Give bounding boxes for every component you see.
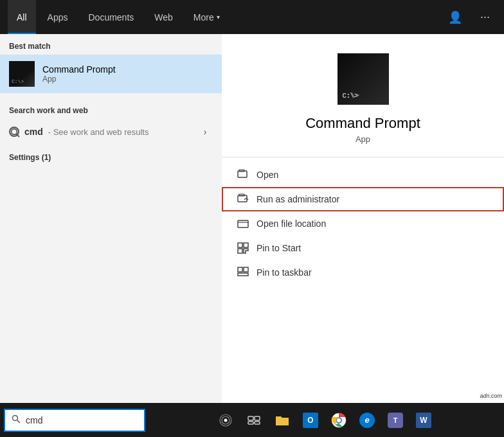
result-title: Command Prompt	[42, 64, 116, 75]
pin-to-taskbar-icon	[237, 267, 249, 278]
svg-rect-11	[244, 267, 248, 272]
svg-line-1	[17, 134, 20, 138]
svg-rect-21	[255, 422, 260, 424]
svg-point-25	[337, 418, 341, 422]
task-view-button[interactable]	[241, 407, 267, 433]
action-open-file-location[interactable]: Open file location	[222, 211, 504, 236]
taskbar-search-box[interactable]: cmd	[4, 409, 145, 432]
file-explorer-button[interactable]	[269, 407, 295, 433]
run-as-admin-label: Run as administrator	[256, 194, 339, 204]
nav-tab-documents-label: Documents	[88, 12, 134, 22]
edge-button[interactable]: e	[354, 407, 380, 433]
nav-tab-more-label: More	[194, 12, 214, 22]
svg-point-0	[12, 129, 17, 135]
pin-to-start-label: Pin to Start	[256, 243, 301, 253]
app-type: App	[356, 134, 370, 144]
nav-tab-web-label: Web	[154, 12, 173, 22]
svg-rect-9	[238, 249, 242, 253]
nav-right-actions: 👤 ···	[442, 6, 496, 28]
right-panel: C:\> Command Prompt App Open	[222, 34, 504, 403]
action-pin-to-start[interactable]: Pin to Start	[222, 236, 504, 260]
action-run-as-admin[interactable]: Run as administrator	[222, 187, 504, 211]
action-open[interactable]: Open	[222, 163, 504, 187]
word-button[interactable]: W	[411, 407, 437, 433]
open-file-location-label: Open file location	[256, 219, 326, 229]
search-loop-icon	[9, 127, 19, 137]
nav-tab-more[interactable]: More ▾	[184, 0, 229, 34]
pin-to-start-icon	[237, 242, 249, 254]
more-chevron-icon: ▾	[217, 13, 220, 21]
action-list: Open Run as administrator	[222, 157, 504, 290]
svg-point-13	[13, 416, 18, 421]
nav-tab-all[interactable]: All	[8, 0, 36, 34]
outlook-button[interactable]: O	[298, 407, 323, 433]
open-icon	[237, 169, 249, 181]
svg-line-14	[17, 420, 21, 424]
svg-rect-12	[238, 273, 248, 276]
taskbar-search-icon	[12, 415, 21, 425]
taskbar-search-text: cmd	[26, 415, 42, 425]
search-cmd-text: cmd - See work and web results	[24, 127, 148, 137]
left-panel: Best match C:\> Command Prompt App Searc…	[0, 34, 222, 403]
search-arrow-button[interactable]: ›	[197, 124, 213, 139]
search-query-bold: cmd	[24, 127, 43, 137]
teams-button[interactable]: T	[382, 407, 408, 433]
start-button[interactable]	[213, 407, 239, 433]
result-text: Command Prompt App	[42, 64, 116, 84]
svg-rect-19	[255, 416, 260, 420]
search-web-row[interactable]: cmd - See work and web results ›	[0, 119, 222, 145]
open-label: Open	[256, 170, 278, 180]
svg-rect-8	[244, 243, 248, 247]
svg-rect-6	[238, 220, 248, 227]
app-icon-large: C:\>	[338, 53, 389, 105]
taskbar-center: O e	[145, 407, 504, 433]
user-icon-button[interactable]: 👤	[442, 6, 469, 28]
watermark: adn.com	[478, 392, 504, 400]
search-web-label: Search work and web	[0, 98, 222, 119]
main-content: Best match C:\> Command Prompt App Searc…	[0, 34, 504, 403]
taskbar: cmd	[0, 403, 504, 437]
command-prompt-icon: C:\>	[9, 61, 35, 87]
svg-point-17	[224, 418, 228, 422]
result-subtitle: App	[42, 75, 116, 84]
nav-tab-apps[interactable]: Apps	[39, 0, 77, 34]
pin-to-taskbar-label: Pin to taskbar	[256, 267, 312, 278]
nav-tab-documents[interactable]: Documents	[79, 0, 143, 34]
svg-rect-10	[238, 267, 242, 272]
nav-tab-web[interactable]: Web	[145, 0, 182, 34]
action-pin-to-taskbar[interactable]: Pin to taskbar	[222, 260, 504, 285]
app-name-large: Command Prompt	[305, 115, 420, 132]
settings-label: Settings (1)	[9, 153, 51, 162]
best-match-result[interactable]: C:\> Command Prompt App	[0, 55, 222, 93]
open-file-location-icon	[237, 218, 249, 229]
nav-tab-apps-label: Apps	[48, 12, 68, 22]
watermark-text: adn.com	[480, 393, 502, 399]
svg-rect-7	[238, 243, 242, 247]
nav-tab-all-label: All	[17, 12, 27, 22]
more-options-button[interactable]: ···	[474, 6, 496, 28]
settings-section: Settings (1)	[0, 145, 222, 166]
svg-rect-20	[248, 422, 253, 424]
best-match-label: Best match	[0, 34, 222, 55]
run-as-admin-icon	[237, 193, 249, 205]
top-nav-bar: All Apps Documents Web More ▾ 👤 ···	[0, 0, 504, 34]
chrome-button[interactable]	[326, 407, 352, 433]
search-suffix: - See work and web results	[48, 127, 149, 137]
svg-rect-18	[248, 416, 253, 420]
